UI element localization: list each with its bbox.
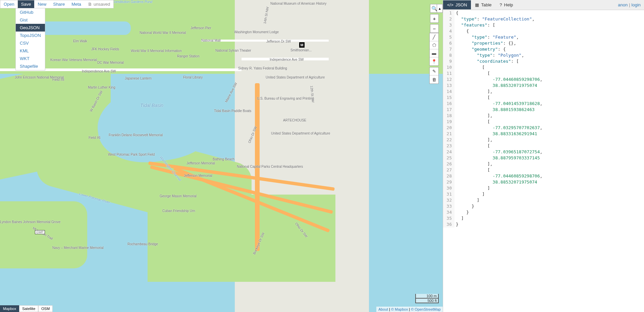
draw-marker-button[interactable]: 📍 xyxy=(430,57,438,65)
map-label: ARTECHOUSE xyxy=(283,118,306,122)
document-icon: 🗎 xyxy=(88,2,92,7)
osm-link[interactable]: © OpenStreetMap xyxy=(411,307,441,311)
map-label: National World War II Memorial xyxy=(140,31,186,35)
map-label: World War II Memorial Information xyxy=(131,49,182,53)
map-label: Korean War Veterans Memorial xyxy=(50,58,97,62)
map-label: National Museum of American History xyxy=(270,2,326,5)
anon-link[interactable]: anon xyxy=(618,2,628,7)
map-attribution: About | © Mapbox | © OpenStreetMap xyxy=(376,307,443,312)
map-label: Jefferson Memorial xyxy=(184,174,212,177)
table-icon: ▦ xyxy=(475,2,479,7)
mapbox-link[interactable]: © Mapbox xyxy=(391,307,408,311)
basemap-switch: Mapbox Satellite OSM xyxy=(0,305,53,312)
save-wkt[interactable]: WKT xyxy=(16,55,45,62)
polygon-icon: ⬠ xyxy=(432,43,436,48)
map-label: Lyndon Baines Johnson Memorial Grove xyxy=(0,220,60,224)
zoom-in-button[interactable]: + xyxy=(430,14,439,23)
zoom-out-button[interactable]: − xyxy=(430,24,439,33)
map-label: DC War Memorial xyxy=(97,61,124,64)
menu-meta[interactable]: Meta xyxy=(68,0,85,8)
save-gist[interactable]: Gist xyxy=(16,16,45,24)
save-kml[interactable]: KML xyxy=(16,47,45,55)
map-label: John Ericsson National Memorial xyxy=(15,75,64,79)
caret-up-icon: ▲ xyxy=(438,7,441,10)
map-label: United States Department of Agriculture xyxy=(266,75,325,79)
metro-icon: M xyxy=(299,42,305,48)
about-link[interactable]: About xyxy=(378,307,388,311)
map-label: Jefferson Pier xyxy=(191,26,211,30)
map-label: Washington Monument Lodge xyxy=(234,30,279,34)
marker-icon: 📍 xyxy=(431,59,437,64)
map-label: Jefferson Dr SW xyxy=(266,40,291,43)
menu-new[interactable]: New xyxy=(34,0,50,8)
map-label: Floral Library xyxy=(183,75,203,79)
panel-tabs: </>JSON ▦Table ?Help anon|login xyxy=(443,0,644,10)
scale-control: 100 m 500 ft xyxy=(415,294,439,303)
map-label: Tidal Basin xyxy=(140,103,163,108)
save-topojson[interactable]: TopoJSON xyxy=(16,32,45,39)
map-label: National Mall xyxy=(201,39,221,42)
map-label: Japanese Lantern xyxy=(125,76,152,80)
file-menu: Open Save New Share Meta 🗎unsaved xyxy=(0,0,114,8)
code-pane: </>JSON ▦Table ?Help anon|login 1{2 "typ… xyxy=(443,0,644,312)
map-label: George Mason Memorial xyxy=(160,194,197,198)
map-label: Rochambeau Bridge xyxy=(127,242,158,246)
json-editor[interactable]: 1{2 "type": "FeatureCollection",3 "featu… xyxy=(443,10,644,312)
layer-mapbox[interactable]: Mapbox xyxy=(0,305,19,312)
draw-rectangle-button[interactable]: ▬ xyxy=(430,49,438,57)
map-label: Field #6 xyxy=(89,136,101,140)
map-label: Sidney R. Yates Federal Building xyxy=(238,66,287,70)
map-label: Independence Ave SW xyxy=(270,58,304,61)
map-label: United States Department of Agriculture xyxy=(271,132,330,135)
map-label: Constitution Gardens Pond xyxy=(112,0,152,4)
map-label: Navy – Merchant Marine Memorial xyxy=(52,246,104,250)
map-label: Tidal Basin Paddle Boats xyxy=(214,109,251,113)
draw-polyline-button[interactable]: ╱ xyxy=(430,33,438,41)
help-icon: ? xyxy=(500,2,502,7)
draw-controls: ╱ ⬠ ▬ 📍 xyxy=(429,33,439,66)
save-shapefile[interactable]: Shapefile xyxy=(16,62,45,70)
code-icon: </> xyxy=(447,2,453,7)
map-label: Franklin Delano Roosevelt Memorial xyxy=(109,133,163,137)
map-label: U.S. Bureau of Engraving and Printing xyxy=(257,97,314,100)
tab-table[interactable]: ▦Table xyxy=(471,0,495,9)
save-status: 🗎unsaved xyxy=(85,0,113,8)
rectangle-icon: ▬ xyxy=(432,51,436,56)
draw-polygon-button[interactable]: ⬠ xyxy=(430,41,438,49)
map-label: West Potomac Park Sport Field xyxy=(108,153,155,156)
layer-satellite[interactable]: Satellite xyxy=(19,305,38,312)
tab-help[interactable]: ?Help xyxy=(496,0,517,9)
scale-imperial: 500 ft xyxy=(415,299,439,303)
menu-open[interactable]: Open xyxy=(0,0,18,8)
map-label: Smithsonian... xyxy=(290,48,312,52)
map-label: National Capital Parks Central Headquart… xyxy=(237,165,303,168)
map-label: Bathing Beach xyxy=(213,157,234,161)
menu-share[interactable]: Share xyxy=(50,0,68,8)
layer-osm[interactable]: OSM xyxy=(38,305,53,312)
map-label: Martin Luther King xyxy=(88,86,115,89)
edit-icon: ✎ xyxy=(432,69,436,74)
auth-links: anon|login xyxy=(614,0,644,9)
map-label: Ranger Station xyxy=(177,54,200,58)
save-csv[interactable]: CSV xyxy=(16,39,45,47)
map-label: National Sylvan Theater xyxy=(215,49,251,52)
map-pane[interactable]: National Museum of American History Cons… xyxy=(0,0,443,312)
map-label: Jefferson Memorial xyxy=(186,161,215,165)
trash-icon: 🗑 xyxy=(432,77,436,82)
delete-button[interactable]: 🗑 xyxy=(430,75,438,84)
menu-save[interactable]: Save xyxy=(18,0,35,8)
map-label: Independence Ave SW xyxy=(82,69,116,73)
save-dropdown: GitHub Gist GeoJSON TopoJSON CSV KML WKT… xyxy=(15,8,45,70)
tab-json[interactable]: </>JSON xyxy=(443,0,471,9)
login-link[interactable]: login xyxy=(632,2,641,7)
save-geojson[interactable]: GeoJSON xyxy=(16,24,45,32)
save-github[interactable]: GitHub xyxy=(16,8,45,16)
collapse-panel-button[interactable]: ▲ xyxy=(437,4,443,13)
map-label: Cuban Friendship Urn xyxy=(162,209,195,213)
scale-metric: 100 m xyxy=(415,294,439,299)
edit-controls: ✎ 🗑 xyxy=(429,67,439,84)
edit-button[interactable]: ✎ xyxy=(430,67,438,75)
polyline-icon: ╱ xyxy=(433,35,435,40)
map-label: GWP xyxy=(35,230,45,234)
